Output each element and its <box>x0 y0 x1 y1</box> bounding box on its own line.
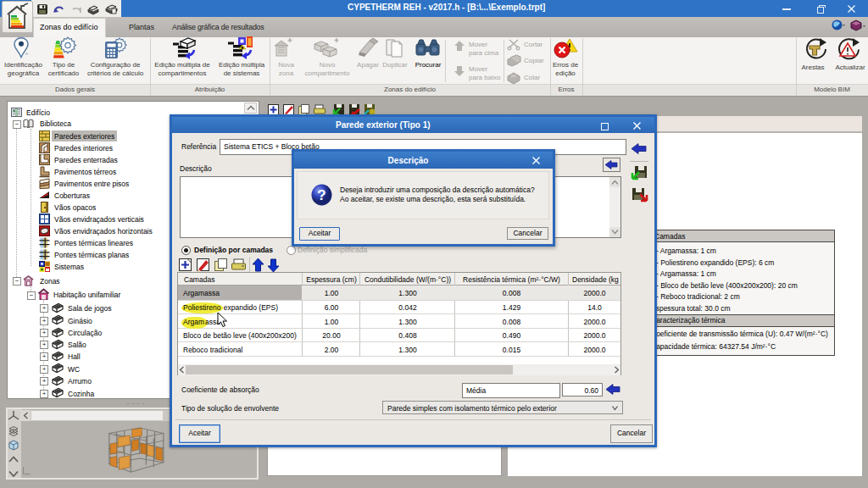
svg-text:?: ? <box>317 187 326 203</box>
